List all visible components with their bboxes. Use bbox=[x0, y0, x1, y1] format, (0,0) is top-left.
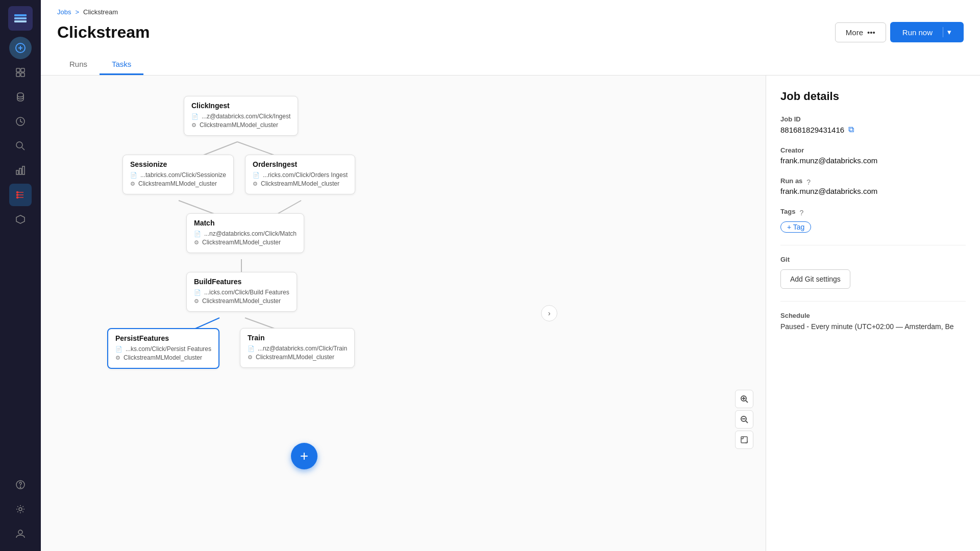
task-title-sessionize: Sessionize bbox=[130, 160, 226, 168]
svg-rect-1 bbox=[14, 17, 27, 19]
svg-rect-8 bbox=[16, 73, 20, 77]
more-icon: ••• bbox=[867, 28, 875, 37]
svg-point-20 bbox=[17, 194, 18, 196]
sidebar-item-compute[interactable] bbox=[9, 208, 32, 231]
run-as-section: Run as ? frank.munz@databricks.com bbox=[780, 177, 966, 195]
task-title-train: Train bbox=[248, 334, 347, 342]
cluster-icon-7: ⚙ bbox=[248, 354, 253, 361]
page-title: Clickstream bbox=[57, 23, 150, 42]
tags-help-icon[interactable]: ? bbox=[799, 209, 803, 217]
notebook-icon-7: 📄 bbox=[248, 345, 255, 352]
sidebar-item-analytics[interactable] bbox=[9, 159, 32, 182]
header: Jobs > Clickstream Clickstream More ••• … bbox=[41, 0, 980, 76]
task-title-match: Match bbox=[194, 219, 297, 227]
task-title-clickingest: ClickIngest bbox=[191, 102, 290, 110]
more-label: More bbox=[846, 28, 863, 37]
task-notebook-ordersingest: 📄 ...ricks.com/Click/Orders Ingest bbox=[253, 171, 348, 179]
svg-line-39 bbox=[746, 421, 748, 423]
notebook-icon-6: 📄 bbox=[115, 346, 122, 353]
svg-point-25 bbox=[19, 508, 22, 511]
job-id-value-row: 881681829431416 ⧉ bbox=[780, 125, 966, 134]
job-id-section: Job ID 881681829431416 ⧉ bbox=[780, 115, 966, 134]
svg-rect-14 bbox=[19, 168, 21, 174]
notebook-icon-5: 📄 bbox=[194, 289, 201, 296]
add-task-button[interactable]: + bbox=[291, 443, 317, 469]
svg-rect-9 bbox=[21, 73, 24, 77]
collapse-panel-button[interactable]: › bbox=[541, 305, 557, 321]
svg-line-35 bbox=[746, 400, 748, 403]
svg-rect-41 bbox=[741, 437, 747, 443]
sidebar-item-dashboard[interactable] bbox=[9, 61, 32, 84]
creator-section: Creator frank.munz@databricks.com bbox=[780, 146, 966, 165]
svg-rect-15 bbox=[22, 166, 24, 174]
right-panel: Job details Job ID 881681829431416 ⧉ Cre… bbox=[766, 76, 980, 551]
creator-value: frank.munz@databricks.com bbox=[780, 156, 966, 165]
more-button[interactable]: More ••• bbox=[835, 22, 886, 42]
fit-view-button[interactable] bbox=[735, 431, 753, 449]
svg-rect-7 bbox=[21, 68, 24, 72]
job-id-label: Job ID bbox=[780, 115, 966, 123]
task-title-buildfeatures: BuildFeatures bbox=[194, 278, 289, 286]
sidebar-item-workflows[interactable] bbox=[9, 184, 32, 206]
task-notebook-train: 📄 ...nz@databricks.com/Click/Train bbox=[248, 345, 347, 352]
svg-point-19 bbox=[17, 192, 18, 193]
zoom-in-button[interactable] bbox=[735, 390, 753, 408]
header-actions: More ••• Run now ▾ bbox=[835, 22, 964, 42]
sidebar-item-add[interactable] bbox=[9, 37, 32, 59]
schedule-label: Schedule bbox=[780, 312, 966, 319]
task-notebook-sessionize: 📄 ...tabricks.com/Click/Sessionize bbox=[130, 171, 226, 179]
sidebar-item-history[interactable] bbox=[9, 110, 32, 133]
task-node-sessionize[interactable]: Sessionize 📄 ...tabricks.com/Click/Sessi… bbox=[122, 155, 234, 194]
notebook-icon-3: 📄 bbox=[253, 172, 260, 179]
tab-tasks[interactable]: Tasks bbox=[100, 55, 143, 75]
task-cluster-persistfeatures: ⚙ ClickstreamMLModel_cluster bbox=[115, 354, 211, 361]
task-title-persistfeatures: PersistFeatures bbox=[115, 334, 211, 342]
add-tag-button[interactable]: + Tag bbox=[780, 221, 811, 233]
panel-title: Job details bbox=[780, 90, 966, 103]
zoom-controls bbox=[735, 390, 753, 449]
run-now-label: Run now bbox=[900, 28, 941, 37]
schedule-value: Paused - Every minute (UTC+02:00 — Amste… bbox=[780, 322, 966, 331]
task-connections bbox=[41, 76, 766, 551]
task-node-train[interactable]: Train 📄 ...nz@databricks.com/Click/Train… bbox=[240, 328, 355, 368]
task-cluster-ordersingest: ⚙ ClickstreamMLModel_cluster bbox=[253, 180, 348, 187]
sidebar-item-data[interactable] bbox=[9, 86, 32, 108]
zoom-out-button[interactable] bbox=[735, 410, 753, 429]
tabs: Runs Tasks bbox=[57, 55, 964, 75]
divider-1 bbox=[780, 245, 966, 245]
sidebar-logo[interactable]: ▾ bbox=[8, 6, 33, 31]
sidebar-item-user[interactable] bbox=[9, 522, 32, 545]
sidebar-item-help[interactable] bbox=[9, 473, 32, 496]
sidebar-item-settings[interactable] bbox=[9, 498, 32, 520]
main-content: Jobs > Clickstream Clickstream More ••• … bbox=[41, 0, 980, 551]
content: › ClickIngest 📄 bbox=[41, 76, 980, 551]
task-node-clickingest[interactable]: ClickIngest 📄 ...z@databricks.com/Click/… bbox=[184, 96, 298, 136]
task-node-ordersingest[interactable]: OrdersIngest 📄 ...ricks.com/Click/Orders… bbox=[245, 155, 355, 194]
run-now-button[interactable]: Run now ▾ bbox=[890, 22, 964, 42]
add-git-settings-button[interactable]: Add Git settings bbox=[780, 269, 850, 289]
schedule-section: Schedule Paused - Every minute (UTC+02:0… bbox=[780, 312, 966, 331]
copy-job-id-button[interactable]: ⧉ bbox=[848, 125, 854, 134]
tags-label: Tags bbox=[780, 208, 795, 215]
cluster-icon-2: ⚙ bbox=[130, 181, 135, 187]
task-area: › ClickIngest 📄 bbox=[41, 76, 766, 551]
cluster-icon-4: ⚙ bbox=[194, 239, 199, 246]
git-label: Git bbox=[780, 256, 966, 263]
run-now-caret[interactable]: ▾ bbox=[945, 28, 953, 37]
breadcrumb-jobs[interactable]: Jobs bbox=[57, 8, 71, 16]
svg-rect-0 bbox=[14, 14, 27, 16]
task-node-match[interactable]: Match 📄 ...nz@databricks.com/Click/Match… bbox=[186, 213, 304, 253]
task-cluster-sessionize: ⚙ ClickstreamMLModel_cluster bbox=[130, 180, 226, 187]
task-node-persistfeatures[interactable]: PersistFeatures 📄 ...ks.com/Click/Persis… bbox=[107, 328, 219, 369]
task-node-buildfeatures[interactable]: BuildFeatures 📄 ...icks.com/Click/Build … bbox=[186, 272, 297, 312]
svg-point-26 bbox=[18, 530, 22, 534]
svg-point-21 bbox=[17, 197, 18, 198]
cluster-icon-6: ⚙ bbox=[115, 355, 120, 361]
breadcrumb: Jobs > Clickstream bbox=[57, 8, 964, 16]
sidebar: ▾ bbox=[0, 0, 41, 551]
notebook-icon: 📄 bbox=[191, 113, 199, 120]
run-as-help-icon[interactable]: ? bbox=[806, 178, 811, 186]
tab-runs[interactable]: Runs bbox=[57, 55, 100, 75]
svg-rect-2 bbox=[14, 20, 27, 22]
sidebar-item-search[interactable] bbox=[9, 135, 32, 157]
